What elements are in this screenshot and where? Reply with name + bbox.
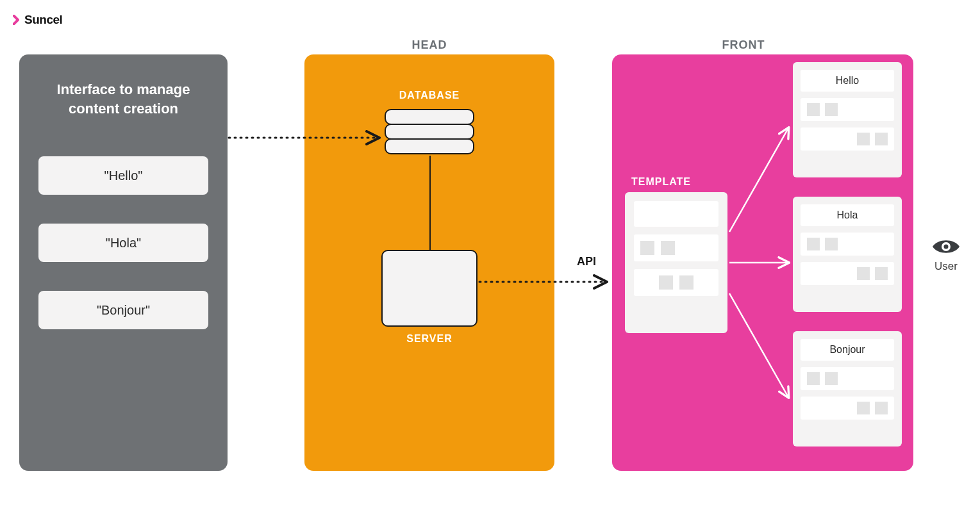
column-label-front: FRONT <box>679 38 808 52</box>
template-label: TEMPLATE <box>631 176 691 188</box>
logo-chevron-icon <box>13 15 22 25</box>
logo-text: Suncel <box>24 13 62 27</box>
user-label: User <box>931 260 961 273</box>
server-icon <box>381 250 478 327</box>
front-panel: TEMPLATE Hello Hola Bonjour <box>612 54 913 471</box>
output-title-hola: Hola <box>801 204 894 226</box>
api-label: API <box>577 255 596 268</box>
eye-icon <box>931 237 961 256</box>
head-panel: DATABASE SERVER <box>304 54 554 471</box>
database-label: DATABASE <box>365 90 494 101</box>
output-card-bonjour: Bonjour <box>793 331 902 447</box>
output-card-hello: Hello <box>793 62 902 177</box>
template-card <box>625 192 727 333</box>
db-to-server-line <box>429 156 431 252</box>
output-title-bonjour: Bonjour <box>801 339 894 361</box>
svg-point-1 <box>944 245 949 249</box>
database-icon <box>385 109 474 153</box>
content-word-bonjour: "Bonjour" <box>38 291 208 329</box>
interface-panel: Interface to manage content creation "He… <box>19 54 228 471</box>
column-label-head: HEAD <box>365 38 494 52</box>
output-title-hello: Hello <box>801 70 894 92</box>
brand-logo: Suncel <box>13 13 62 27</box>
content-word-hello: "Hello" <box>38 156 208 195</box>
content-word-hola: "Hola" <box>38 224 208 262</box>
user-indicator: User <box>931 237 961 273</box>
server-label: SERVER <box>365 333 494 345</box>
interface-panel-title: Interface to manage content creation <box>38 80 208 118</box>
output-card-hola: Hola <box>793 197 902 312</box>
